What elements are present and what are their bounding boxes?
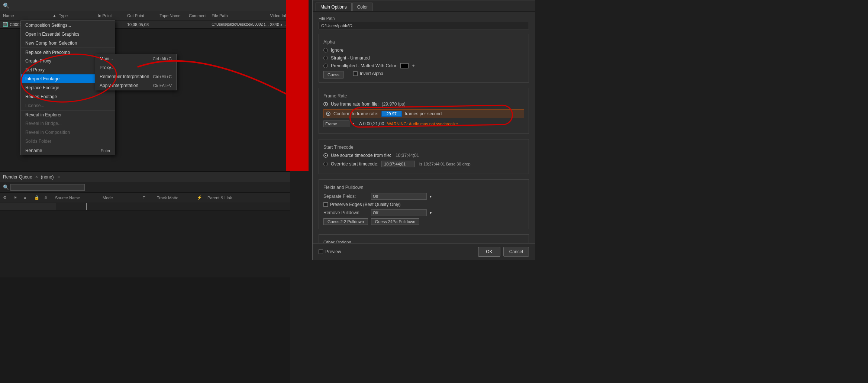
fields-pulldown-title: Fields and Pulldown	[323, 185, 524, 190]
search-bar: 🔍	[0, 182, 290, 193]
interpret-footage-dialog: Main Options Color File Path C:\Users\pa…	[312, 0, 535, 260]
col-sort-header[interactable]: ▲	[52, 13, 59, 18]
alpha-straight-radio[interactable]	[323, 56, 328, 60]
mode-col: Mode	[103, 196, 140, 200]
ok-button[interactable]: OK	[478, 247, 500, 257]
out-point-cell: 10;38;05;03	[127, 22, 159, 27]
start-timecode-title: Start Timecode	[323, 145, 524, 150]
preview-checkbox[interactable]	[319, 250, 323, 254]
col-icons: ⚙	[3, 195, 10, 200]
separate-fields-dropdown-arrow: ▾	[430, 194, 432, 199]
preview-label: Preview	[325, 249, 341, 254]
frame-rate-from-file-row: Use frame rate from file: (29.970 fps)	[323, 102, 524, 107]
menu-item-rename[interactable]: Rename Enter	[21, 146, 115, 155]
conform-frame-rate-radio[interactable]	[326, 112, 330, 116]
col-comment-header: Comment	[189, 13, 212, 18]
frame-rate-from-file-radio[interactable]	[323, 102, 328, 106]
alpha-ignore-row: Ignore	[323, 48, 524, 53]
preserve-edges-checkbox[interactable]	[323, 202, 328, 207]
file-path-cell: C:\Users\pablo\Desktop\C0002 (2).MP4	[212, 22, 270, 26]
timeline-ruler-marks	[56, 203, 290, 210]
apply-shortcut: Ctrl+Alt+V	[153, 83, 172, 88]
parent-link-icons: ⚡	[197, 195, 204, 200]
search-icon: 🔍	[3, 184, 9, 190]
menu-item-reload-footage[interactable]: Reload Footage	[21, 92, 115, 101]
source-timecode-radio[interactable]	[323, 153, 328, 158]
top-toolbar: 🔍	[0, 0, 290, 11]
submenu-item-main[interactable]: Main... Ctrl+Alt+G	[95, 54, 176, 63]
source-timecode-value: 10;37;44;01	[396, 153, 419, 158]
delta-label: Δ 0:00;21;00	[359, 121, 384, 126]
preview-row: Preview	[319, 249, 341, 254]
col-icons5: #	[45, 196, 52, 200]
parent-link-col: Parent & Link	[207, 196, 245, 200]
alpha-color-swatch[interactable]	[400, 63, 409, 68]
tab-main-options[interactable]: Main Options	[316, 3, 352, 11]
alpha-premultiplied-radio[interactable]	[323, 64, 328, 68]
alpha-eyedropper-icon[interactable]: ✦	[412, 63, 415, 68]
rename-shortcut: Enter	[101, 148, 110, 153]
menu-item-reveal-composition[interactable]: Reveal in Composition	[21, 128, 115, 137]
submenu-item-apply-interpretation[interactable]: Apply Interpretation Ctrl+Alt+V	[95, 81, 176, 90]
tab-close-icon[interactable]: ×	[35, 174, 38, 180]
timecode-input[interactable]	[381, 161, 415, 167]
remember-shortcut: Ctrl+Alt+C	[153, 74, 172, 79]
override-timecode-radio[interactable]	[323, 162, 328, 166]
source-name-col: Source Name	[55, 196, 100, 200]
separate-fields-dropdown[interactable]: Off	[371, 193, 427, 200]
alpha-title: Alpha	[323, 39, 524, 45]
menu-item-solids-folder[interactable]: Solids Folder	[21, 137, 115, 146]
col-in-header: In Point	[98, 13, 127, 18]
alpha-straight-row: Straight - Unmarted	[323, 55, 524, 61]
source-timecode-row: Use source timecode from file: 10;37;44;…	[323, 153, 524, 158]
submenu-item-remember-interpretation[interactable]: Remember Interpretation Ctrl+Alt+C	[95, 72, 176, 81]
alpha-ignore-radio[interactable]	[323, 48, 328, 52]
conform-to-frame-rate-row: Conform to frame rate: frames per second	[323, 109, 524, 118]
invert-alpha-checkbox[interactable]	[353, 71, 358, 76]
guess-24pa-pulldown-button[interactable]: Guess 24Pa Pulldown	[371, 218, 419, 225]
dialog-content: File Path C:\Users\pablo\D... Alpha Igno…	[313, 12, 535, 260]
guess-button[interactable]: Guess	[323, 71, 343, 78]
col-out-header: Out Point	[127, 13, 159, 18]
playhead[interactable]	[86, 203, 87, 210]
invert-alpha-row: Invert Alpha	[353, 71, 383, 76]
frame-dropdown[interactable]: Frame	[323, 120, 349, 127]
render-queue-label: Render Queue	[3, 174, 32, 180]
frame-dropdown-icon: ▾	[352, 122, 356, 126]
cancel-button[interactable]: Cancel	[503, 247, 529, 257]
menu-item-open-essential-graphics[interactable]: Open in Essential Graphics	[21, 30, 115, 39]
frame-rate-section: Frame Rate Use frame rate from file: (29…	[319, 88, 529, 134]
fps-input[interactable]	[381, 111, 402, 117]
timeline-header: ⚙ ☀ ● 🔒 # Source Name Mode T Track Matte…	[0, 193, 290, 203]
tab-menu-icon[interactable]: ≡	[57, 174, 60, 180]
t-col: T	[143, 196, 154, 200]
menu-item-reveal-explorer[interactable]: Reveal in Explorer	[21, 110, 115, 119]
guess-22-pulldown-button[interactable]: Guess 2:2 Pulldown	[323, 218, 368, 225]
timeline-ruler	[0, 203, 290, 210]
remove-pulldown-dropdown[interactable]: Off	[371, 209, 427, 216]
fields-pulldown-section: Fields and Pulldown Separate Fields: Off…	[319, 179, 529, 229]
col-name-header: Name	[0, 13, 52, 18]
menu-item-composition-settings[interactable]: Composition Settings...	[21, 21, 115, 30]
tab-color[interactable]: Color	[352, 3, 373, 11]
col-icons4: 🔒	[34, 195, 42, 200]
col-tape-header: Tape Name	[159, 13, 189, 18]
remove-pulldown-label: Remove Pulldown:	[323, 210, 368, 215]
timecode-note: is 10;37;44;01 Base 30 drop	[419, 162, 471, 166]
red-divider	[286, 0, 309, 171]
menu-item-license[interactable]: License...	[21, 101, 115, 110]
search-input[interactable]	[10, 184, 85, 191]
search-icon: 🔍	[3, 3, 9, 9]
warning-text: WARNING: Audio may not synchronize	[387, 122, 458, 126]
file-path-section: File Path C:\Users\pablo\D...	[319, 16, 529, 29]
submenu-item-proxy[interactable]: Proxy...	[95, 63, 176, 72]
col-icons2: ☀	[13, 195, 21, 200]
dialog-tabs: Main Options Color	[313, 0, 535, 12]
submenu: Main... Ctrl+Alt+G Proxy... Remember Int…	[95, 54, 177, 90]
menu-item-reveal-bridge[interactable]: Reveal in Bridge...	[21, 119, 115, 128]
separate-fields-row: Separate Fields: Off ▾	[323, 193, 524, 200]
override-timecode-row: Override start timecode: is 10;37;44;01 …	[323, 161, 524, 167]
menu-item-new-comp-from-selection[interactable]: New Comp from Selection	[21, 39, 115, 48]
col-icons3: ●	[24, 196, 31, 200]
col-type-header: Type	[59, 13, 98, 18]
